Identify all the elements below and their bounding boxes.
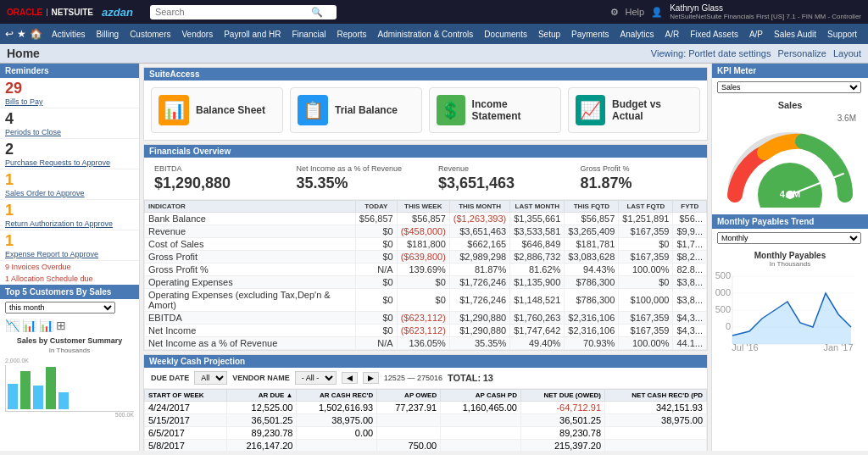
- line-chart-icon[interactable]: 📉: [5, 319, 19, 332]
- overdue-link[interactable]: 9 Invoices Overdue: [0, 261, 139, 273]
- area-chart-icon[interactable]: 📊: [22, 319, 36, 332]
- reminder-purchase[interactable]: 2 Purchase Requests to Approve: [0, 139, 139, 169]
- bar-chart-icon[interactable]: 📊: [39, 319, 53, 332]
- personalize-link[interactable]: Personalize: [777, 48, 826, 58]
- trial-balance-card[interactable]: 📋 Trial Balance: [290, 87, 422, 133]
- nav-activities[interactable]: Activities: [47, 30, 90, 39]
- bar-3: [33, 386, 43, 409]
- reminder-sales-label[interactable]: Sales Order to Approve: [5, 189, 134, 197]
- kpi-gross-profit-value: 81.87%: [581, 175, 698, 192]
- nav-sales-audit[interactable]: Sales Audit: [769, 30, 821, 39]
- value-cell: 36,501.25: [226, 414, 297, 427]
- value-cell: $1,290,880: [449, 312, 509, 325]
- nav-vendors[interactable]: Vendors: [177, 30, 219, 39]
- table-row: Net Income as a % of RevenueN/A136.05%35…: [145, 337, 707, 350]
- reminder-periods-label[interactable]: Periods to Close: [5, 128, 134, 136]
- value-cell: 82.8...: [673, 264, 707, 276]
- nav-ar[interactable]: A/R: [660, 30, 685, 39]
- financials-table: INDICATOR TODAY THIS WEEK THIS MONTH LAS…: [144, 200, 707, 350]
- monthly-payables-title: Monthly Payables Trend: [712, 214, 868, 229]
- cash-col-ap-owed: AP OWED: [377, 390, 441, 402]
- reminder-return-number: 1: [5, 202, 134, 219]
- col-this-fqtd: THIS FQTD: [565, 201, 619, 213]
- allocation-link[interactable]: 1 Allocation Schedule due: [0, 273, 139, 285]
- income-statement-card[interactable]: 💲 Income Statement: [429, 87, 561, 133]
- value-cell: $2,316,106: [565, 325, 619, 337]
- cash-table: START OF WEEK AR DUE ▲ AR CASH REC'D AP …: [144, 389, 707, 451]
- svg-text:4.4M: 4.4M: [780, 189, 800, 199]
- trial-balance-icon: 📋: [298, 95, 328, 125]
- reminder-bills[interactable]: 29 Bills to Pay: [0, 78, 139, 108]
- table-icon[interactable]: ⊞: [56, 319, 66, 332]
- reminder-periods[interactable]: 4 Periods to Close: [0, 108, 139, 139]
- reminder-sales-order[interactable]: 1 Sales Order to Approve: [0, 169, 139, 200]
- nav-documents[interactable]: Documents: [479, 30, 532, 39]
- reminder-expense-number: 1: [5, 232, 134, 250]
- value-cell: $167,359: [619, 225, 673, 238]
- indicator-cell: Bank Balance: [145, 213, 356, 225]
- kpi-ebitda-value: $1,290,880: [154, 175, 271, 192]
- col-fytd: FYTD: [673, 201, 707, 213]
- value-cell: $167,359: [619, 325, 673, 337]
- balance-sheet-card[interactable]: 📊 Balance Sheet: [151, 87, 283, 133]
- star-icon[interactable]: ★: [17, 28, 26, 40]
- top-right-area: ⚙ Help 👤 Kathryn Glass NetSuiteNetSuite …: [610, 3, 861, 20]
- bar-1: [8, 384, 18, 409]
- date-cell: 4/24/2017: [145, 402, 227, 414]
- kpi-meter-title: KPI Meter: [712, 64, 868, 78]
- value-cell: $0: [355, 312, 397, 325]
- col-last-month: LAST MONTH: [510, 201, 565, 213]
- settings-icon[interactable]: ⚙: [610, 7, 619, 18]
- kpi-row: EBITDA $1,290,880 Net Income as a % of R…: [144, 158, 707, 200]
- value-cell: $3,651,463: [449, 225, 509, 238]
- value-cell: 35.35%: [449, 337, 509, 350]
- value-cell: 77,237.91: [377, 402, 441, 414]
- trend-chart: Monthly Payables In Thousands 1,500 1,00…: [712, 247, 868, 358]
- home-icon[interactable]: 🏠: [30, 28, 42, 40]
- nav-billing[interactable]: Billing: [91, 30, 124, 39]
- nav-reports[interactable]: Reports: [332, 30, 372, 39]
- reminder-bills-label[interactable]: Bills to Pay: [5, 97, 134, 106]
- due-date-select[interactable]: All: [194, 371, 227, 385]
- reminder-return[interactable]: 1 Return Authorization to Approve: [0, 200, 139, 230]
- nav-analytics[interactable]: Analytics: [615, 30, 659, 39]
- top5-period-select[interactable]: this month: [5, 302, 115, 314]
- value-cell: 81.87%: [449, 264, 509, 276]
- budget-vs-actual-card[interactable]: 📈 Budget vs Actual: [568, 87, 700, 133]
- value-cell: [377, 427, 441, 440]
- value-cell: $4,3...: [673, 312, 707, 325]
- layout-link[interactable]: Layout: [833, 48, 861, 58]
- value-cell: ($623,112): [397, 312, 449, 325]
- prev-page-btn[interactable]: ◀: [342, 372, 358, 384]
- value-cell: $0: [619, 238, 673, 251]
- weekly-controls: DUE DATE All VENDOR NAME - All - ◀ ▶ 125…: [144, 368, 707, 389]
- nav-ap[interactable]: A/P: [744, 30, 768, 39]
- reminder-return-label[interactable]: Return Authorization to Approve: [5, 219, 134, 228]
- value-cell: $2,989,298: [449, 251, 509, 264]
- budget-icon: 📈: [576, 95, 605, 125]
- nav-support[interactable]: Support: [822, 30, 862, 39]
- search-bar[interactable]: 🔍: [150, 5, 337, 19]
- nav-payments[interactable]: Payments: [566, 30, 614, 39]
- vendor-name-select[interactable]: - All -: [295, 371, 337, 385]
- nav-payroll[interactable]: Payroll and HR: [219, 30, 286, 39]
- monthly-select[interactable]: Monthly: [717, 232, 861, 244]
- back-icon[interactable]: ↩: [5, 28, 14, 40]
- nav-setup[interactable]: Setup: [533, 30, 565, 39]
- help-label[interactable]: Help: [626, 7, 645, 17]
- nav-admin[interactable]: Administration & Controls: [373, 30, 479, 39]
- next-page-btn[interactable]: ▶: [363, 372, 379, 384]
- page-range: 12525 — 275016: [384, 374, 442, 382]
- kpi-meter-select[interactable]: Sales: [717, 81, 861, 93]
- nav-customers[interactable]: Customers: [125, 30, 175, 39]
- value-cell: N/A: [355, 264, 397, 276]
- reminder-expense-label[interactable]: Expense Report to Approve: [5, 250, 134, 258]
- reminder-expense[interactable]: 1 Expense Report to Approve: [0, 230, 139, 261]
- table-row: Gross Profit %N/A139.69%81.87%81.62%94.4…: [145, 264, 707, 276]
- nav-fixed-assets[interactable]: Fixed Assets: [685, 30, 743, 39]
- search-input[interactable]: [155, 7, 308, 17]
- financials-table-wrapper: INDICATOR TODAY THIS WEEK THIS MONTH LAS…: [144, 200, 707, 350]
- reminder-purchase-label[interactable]: Purchase Requests to Approve: [5, 158, 134, 167]
- nav-financial[interactable]: Financial: [287, 30, 331, 39]
- date-cell: 5/8/2017: [145, 440, 227, 452]
